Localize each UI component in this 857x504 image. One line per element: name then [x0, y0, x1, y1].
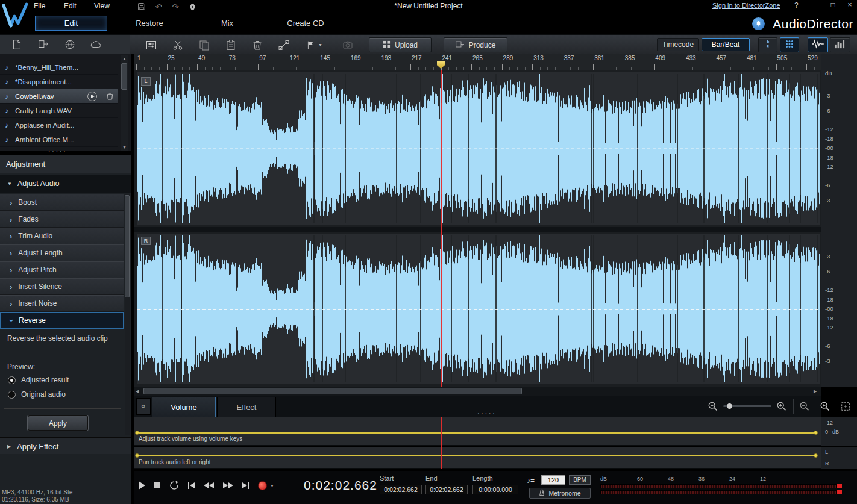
zoom-in-button[interactable] [775, 400, 788, 413]
metronome-button[interactable]: Metronome [529, 488, 591, 499]
edit-module-button[interactable]: Edit [35, 16, 107, 31]
tab-mix[interactable]: Mix [212, 19, 242, 28]
maximize-button[interactable]: □ [826, 1, 840, 11]
playhead-line-tracks[interactable] [441, 417, 442, 469]
volume-envelope-line[interactable] [136, 432, 816, 434]
go-to-end-button[interactable] [242, 482, 249, 489]
zoom-slider[interactable] [723, 405, 771, 407]
keyframe-grid-button[interactable] [780, 37, 799, 52]
pan-envelope-line[interactable] [136, 455, 816, 456]
snapshot-camera-icon[interactable] [340, 37, 356, 52]
scroll-right-icon[interactable]: ▶ [814, 389, 817, 394]
list-item[interactable]: ♪Cowbell.wav [0, 89, 118, 104]
panel-splitter-handle[interactable]: ····· [48, 148, 67, 155]
tool-item-adjust-length[interactable]: ›Adjust Length [0, 244, 124, 261]
signin-directorzone-link[interactable]: Sign in to DirectorZone [712, 2, 780, 9]
playhead-line[interactable] [441, 70, 442, 387]
waveform-left-channel[interactable] [137, 72, 820, 225]
loop-playback-button[interactable] [169, 481, 179, 490]
timecode-button[interactable]: Timecode [657, 38, 699, 51]
list-item[interactable]: ♪Ambient Office.M... [0, 132, 118, 147]
volume-keyframe-start[interactable] [135, 431, 139, 435]
tab-effect[interactable]: Effect [217, 397, 276, 417]
end-value[interactable]: 0:02:02.662 [425, 485, 468, 494]
play-button[interactable] [139, 481, 145, 490]
scroll-left-icon[interactable]: ◀ [136, 389, 139, 394]
library-scrollbar[interactable]: ▲ ▼ [121, 55, 128, 151]
timeline-scrollbar-thumb[interactable] [143, 388, 522, 394]
close-button[interactable]: × [843, 1, 857, 11]
directorzone-download-icon[interactable] [62, 37, 78, 52]
tool-item-boost[interactable]: ›Boost [0, 194, 124, 211]
list-item[interactable]: ♪Applause in Audit... [0, 118, 118, 132]
go-to-start-button[interactable] [188, 482, 195, 489]
tab-create-cd[interactable]: Create CD [281, 19, 330, 28]
scroll-up-icon[interactable]: ▲ [121, 55, 128, 61]
produce-button[interactable]: Produce [444, 37, 507, 52]
copy-icon[interactable] [196, 37, 212, 52]
tool-item-insert-noise[interactable]: ›Insert Noise [0, 295, 124, 312]
marker-icon[interactable] [303, 37, 318, 52]
waveform-view-button[interactable] [808, 37, 828, 52]
scroll-down-icon[interactable]: ▼ [121, 145, 128, 149]
fit-view-button[interactable] [839, 400, 852, 413]
adjustment-scrollbar-thumb[interactable] [125, 195, 130, 297]
cyberlink-cloud-icon[interactable] [89, 37, 104, 52]
bpm-input[interactable]: 120 [541, 475, 565, 485]
apply-effect-section-header[interactable]: ▶ Apply Effect [0, 437, 131, 454]
upload-button[interactable]: Upload [369, 37, 432, 52]
list-item[interactable]: ♪*Benny_Hill_Them... [0, 60, 118, 75]
zoom-out-button[interactable] [706, 400, 720, 413]
notification-bell-icon[interactable] [752, 17, 765, 30]
adjustment-scrollbar[interactable] [125, 194, 130, 435]
radio-original-audio[interactable]: Original audio [8, 390, 66, 399]
waveform-right-channel[interactable] [137, 234, 820, 384]
list-item[interactable]: ♪*Disappointment... [0, 75, 118, 89]
adjust-clip-icon[interactable] [143, 37, 159, 52]
export-media-icon[interactable] [36, 37, 51, 52]
library-scrollbar-thumb[interactable] [121, 63, 127, 90]
record-caret-icon[interactable]: ▼ [270, 484, 274, 488]
zoom-slider-knob[interactable] [727, 403, 732, 409]
fast-forward-button[interactable] [223, 482, 233, 488]
tool-item-adjust-pitch[interactable]: ›Adjust Pitch [0, 261, 124, 278]
vertical-zoom-out-button[interactable] [798, 400, 811, 413]
length-value[interactable]: 0:00:00.000 [472, 485, 518, 494]
pan-keyframe-end[interactable] [814, 453, 818, 458]
play-file-button[interactable] [87, 92, 97, 101]
vertical-zoom-in-button[interactable] [818, 400, 832, 413]
spectral-view-button[interactable] [830, 37, 850, 52]
barbeat-button[interactable]: Bar/Beat [702, 38, 750, 51]
import-media-icon[interactable] [9, 37, 25, 52]
tool-item-reverse[interactable]: ›Reverse [0, 312, 124, 329]
delete-trash-icon[interactable] [250, 37, 265, 52]
tab-restore[interactable]: Restore [128, 19, 171, 28]
pan-keyframe-start[interactable] [135, 453, 139, 458]
timeline-scrollbar[interactable]: ◀ ▶ [134, 387, 821, 396]
volume-keyframe-end[interactable] [814, 431, 818, 435]
marker-dropdown-caret-icon[interactable]: ▼ [318, 43, 322, 47]
record-button[interactable]: ▼ [258, 481, 274, 490]
fade-tool-button[interactable] [758, 37, 777, 52]
delete-file-button[interactable] [105, 92, 115, 101]
apply-button[interactable]: Apply [28, 415, 88, 431]
list-item[interactable]: ♪Crafty Laugh.WAV [0, 104, 118, 118]
tool-item-fades[interactable]: ›Fades [0, 211, 124, 228]
radio-adjusted-result[interactable]: Adjusted result [8, 376, 69, 384]
stop-button[interactable] [154, 482, 160, 488]
timeline-ruler[interactable]: 1254973971211451691932172412652893133373… [134, 54, 821, 70]
tab-volume[interactable]: Volume [152, 397, 216, 417]
adjust-audio-section-header[interactable]: ▼ Adjust Audio [0, 175, 131, 193]
rewind-button[interactable] [204, 482, 214, 488]
cut-scissors-icon[interactable] [170, 37, 186, 52]
tool-item-insert-silence[interactable]: ›Insert Silence [0, 278, 124, 295]
tool-label: Trim Audio [18, 232, 52, 240]
paste-icon[interactable] [223, 37, 239, 52]
minimize-button[interactable]: — [809, 1, 823, 11]
tracks-splitter-handle[interactable]: ····· [477, 410, 497, 417]
help-icon[interactable]: ? [794, 1, 799, 10]
trim-icon[interactable] [276, 37, 292, 52]
start-value[interactable]: 0:02:02.662 [380, 485, 422, 494]
expand-tracks-button[interactable]: » [136, 398, 151, 415]
tool-item-trim-audio[interactable]: ›Trim Audio [0, 228, 124, 244]
